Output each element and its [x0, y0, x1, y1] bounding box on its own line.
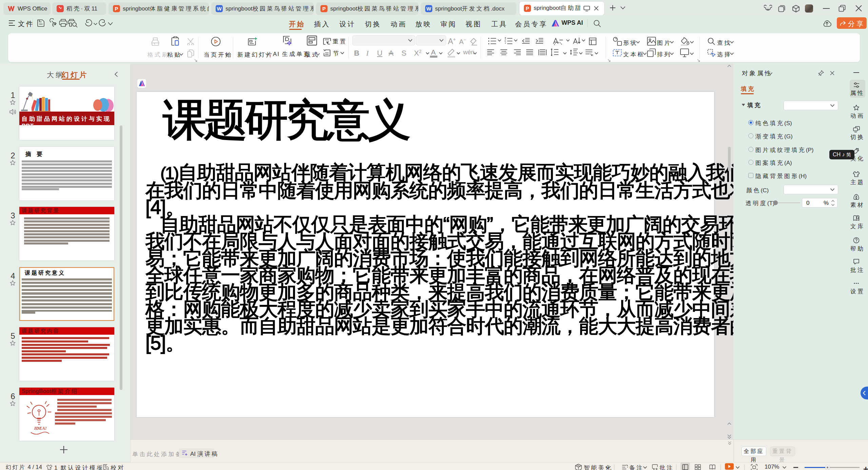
svg-text:IDEA!: IDEA!: [34, 426, 47, 431]
